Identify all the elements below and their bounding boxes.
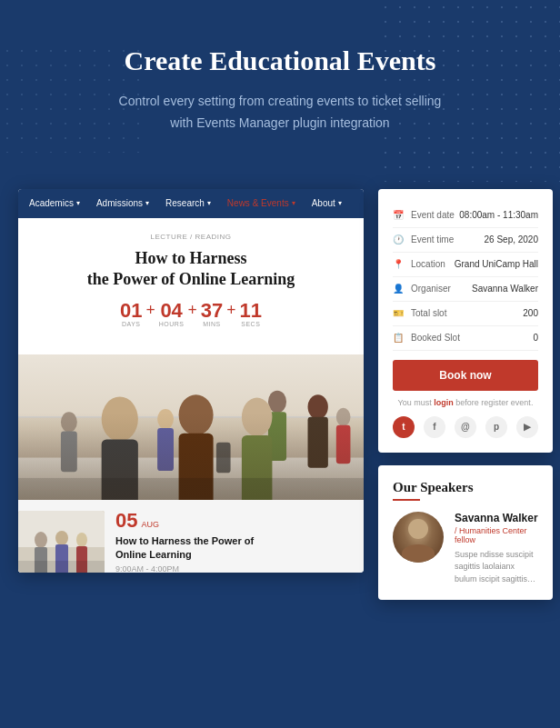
nav-item-academics[interactable]: Academics ▾ — [29, 198, 80, 208]
nav-item-admissions[interactable]: Admissions ▾ — [96, 198, 149, 208]
svg-rect-7 — [268, 413, 286, 462]
chevron-down-icon: ▾ — [145, 199, 149, 207]
speaker-bio: Suspe ndisse suscipit sagittis laolaianx… — [455, 549, 538, 586]
pinterest-icon[interactable]: p — [485, 416, 507, 438]
svg-point-12 — [242, 398, 273, 436]
detail-row-booked-slot: 📋 Booked Slot 0 — [393, 326, 538, 351]
hero-subtitle: Control every setting from creating even… — [36, 91, 524, 135]
countdown-sep-3: + — [226, 301, 235, 327]
ticket-icon: 🎫 — [393, 308, 404, 319]
speakers-title: Our Speakers — [393, 480, 538, 495]
youtube-icon[interactable]: ▶ — [516, 416, 538, 438]
speakers-underline — [393, 499, 420, 501]
nav-item-about[interactable]: About ▾ — [312, 198, 342, 208]
website-mockup: Academics ▾ Admissions ▾ Research ▾ News… — [18, 189, 364, 573]
mockup-nav: Academics ▾ Admissions ▾ Research ▾ News… — [18, 189, 364, 218]
svg-rect-18 — [336, 425, 351, 464]
twitter-icon[interactable]: t — [393, 416, 415, 438]
chevron-down-icon: ▾ — [207, 199, 211, 207]
bottom-event-date: 05 AUG — [115, 511, 364, 531]
speaker-role: / Humanities Center fellow — [455, 526, 538, 544]
person-icon: 👤 — [393, 284, 404, 294]
bottom-event-thumbnail — [18, 511, 105, 573]
svg-rect-14 — [216, 443, 231, 474]
countdown-days: 01 DAYS — [120, 301, 142, 327]
speaker-info: Savanna Walker / Humanities Center fello… — [455, 512, 538, 586]
svg-rect-16 — [61, 432, 77, 473]
clock-icon: 🕐 — [393, 234, 404, 245]
location-icon: 📍 — [393, 259, 404, 270]
content-area: Academics ▾ Admissions ▾ Research ▾ News… — [0, 171, 560, 628]
hero-section: Create Educational Events Control every … — [0, 0, 560, 171]
login-notice: You must login before register event. — [393, 398, 538, 407]
svg-rect-13 — [242, 435, 273, 500]
bottom-event-time: 9:00AM - 4:00PM — [115, 564, 364, 573]
speakers-card: Our Speakers Savanna Walker / Humanities… — [378, 465, 553, 601]
svg-point-8 — [102, 397, 138, 442]
svg-point-19 — [157, 409, 174, 429]
countdown-hours: 04 HOURS — [159, 301, 185, 327]
book-now-button[interactable]: Book now — [393, 360, 538, 391]
svg-point-10 — [179, 395, 214, 436]
detail-row-organiser: 👤 Organiser Savanna Walker — [393, 277, 538, 302]
countdown-sep-2: + — [188, 301, 197, 327]
detail-row-date: 📅 Event date 08:00am - 11:30am — [393, 204, 538, 228]
bottom-event-info: 05 AUG How to Harness the Power of Onlin… — [115, 511, 364, 573]
speaker-row: Savanna Walker / Humanities Center fello… — [393, 512, 538, 586]
event-details-card: 📅 Event date 08:00am - 11:30am 🕐 Event t… — [378, 189, 553, 453]
mockup-main-content: LECTURE / READING How to Harness the Pow… — [18, 218, 364, 355]
bottom-mockup: 05 AUG How to Harness the Power of Onlin… — [18, 500, 364, 573]
speaker-name: Savanna Walker — [455, 512, 538, 524]
breadcrumb: LECTURE / READING — [36, 233, 345, 241]
nav-item-news[interactable]: News & Events ▾ — [227, 198, 295, 208]
svg-rect-5 — [308, 417, 328, 468]
detail-row-time: 🕐 Event time 26 Sep, 2020 — [393, 228, 538, 253]
svg-rect-11 — [179, 434, 214, 500]
event-title: How to Harness the Power of Online Learn… — [36, 248, 345, 291]
svg-rect-21 — [18, 478, 364, 500]
calendar-icon: 📅 — [393, 210, 404, 221]
nav-item-research[interactable]: Research ▾ — [165, 198, 211, 208]
svg-point-24 — [35, 532, 47, 548]
detail-row-location: 📍 Location Grand UniCamp Hall — [393, 253, 538, 277]
countdown-mins: 37 MINS — [201, 301, 223, 327]
facebook-icon[interactable]: f — [424, 416, 445, 438]
svg-point-4 — [308, 395, 328, 420]
chevron-down-icon: ▾ — [292, 199, 295, 207]
right-widgets: 📅 Event date 08:00am - 11:30am 🕐 Event t… — [378, 189, 553, 601]
svg-rect-30 — [18, 561, 105, 573]
instagram-icon[interactable]: @ — [455, 416, 476, 438]
hero-title: Create Educational Events — [36, 45, 524, 76]
detail-row-total-slot: 🎫 Total slot 200 — [393, 302, 538, 326]
svg-rect-1 — [18, 458, 364, 500]
social-icons: t f @ p ▶ — [393, 416, 538, 438]
countdown-secs: 11 SECS — [240, 301, 262, 327]
login-link[interactable]: login — [434, 398, 454, 407]
svg-point-28 — [76, 533, 87, 547]
svg-point-15 — [61, 413, 77, 433]
bottom-event-title: How to Harness the Power of Online Learn… — [115, 534, 364, 561]
bottom-event-card: 05 AUG How to Harness the Power of Onlin… — [18, 511, 364, 573]
countdown-timer: 01 DAYS + 04 HOURS + 37 MINS + 11 SECS — [36, 301, 345, 327]
countdown-sep-1: + — [145, 301, 155, 327]
speaker-avatar — [393, 512, 444, 563]
chevron-down-icon: ▾ — [76, 199, 80, 207]
svg-point-17 — [336, 408, 351, 426]
chevron-down-icon: ▾ — [338, 199, 342, 207]
event-photo — [18, 354, 364, 500]
svg-rect-9 — [102, 440, 138, 501]
svg-point-26 — [55, 531, 68, 545]
clipboard-icon: 📋 — [393, 333, 404, 344]
svg-rect-20 — [157, 428, 174, 471]
